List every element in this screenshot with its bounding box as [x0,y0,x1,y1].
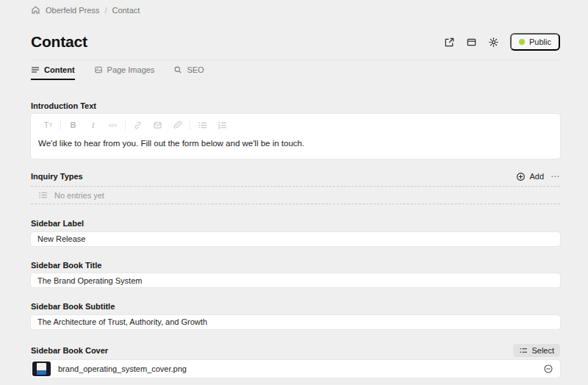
code-icon[interactable]: </> [103,118,123,132]
writer-toolbar: TT B I </> [38,118,553,132]
file-thumbnail [32,361,51,376]
page-title: Contact [31,33,87,51]
file-name: brand_operating_system_cover.png [58,364,543,373]
toolbar-separator [125,120,126,130]
settings-button[interactable] [488,37,499,48]
sidebar-label-input[interactable] [31,232,560,246]
add-label: Add [529,172,544,181]
preview-window-button[interactable] [466,37,477,48]
ordered-list-icon[interactable] [212,118,232,132]
tab-label: Page Images [107,65,155,74]
tab-label: Content [44,65,75,74]
field-sidebar-book-subtitle: Sidebar Book Subtitle [31,302,560,329]
toolbar-separator [60,120,61,130]
tab-content[interactable]: Content [31,65,75,80]
remove-circle-icon [543,364,553,374]
field-label: Sidebar Book Title [31,261,560,270]
file-item[interactable]: brand_operating_system_cover.png [31,360,560,378]
remove-file-button[interactable] [543,364,553,374]
empty-state: No entries yet [31,186,560,204]
field-inquiry-types: Inquiry Types Add ⋯ No entries yet [31,170,560,204]
list-icon [38,190,48,200]
open-preview-button[interactable] [444,37,455,48]
select-file-button[interactable]: Select [513,344,560,357]
field-label: Sidebar Label [31,219,560,228]
sidebar-book-subtitle-input[interactable] [31,315,560,329]
search-icon [173,65,182,74]
status-label: Public [529,37,551,46]
email-icon[interactable] [148,118,168,132]
home-icon[interactable] [31,5,40,15]
field-introduction-text: Introduction Text TT B I </> [31,101,560,159]
breadcrumb-item-page[interactable]: Contact [112,6,140,15]
gear-icon [488,37,499,48]
field-label: Sidebar Book Cover [31,346,108,355]
tab-bar: Content Page Images SEO [31,60,560,80]
status-badge[interactable]: Public [510,33,560,51]
sidebar-book-title-input[interactable] [31,273,560,287]
add-circle-icon [516,172,526,181]
field-label: Introduction Text [31,101,560,110]
tab-label: SEO [187,65,204,74]
toolbar-separator [190,120,190,130]
field-label: Sidebar Book Subtitle [31,302,560,311]
bold-icon[interactable]: B [63,118,83,132]
headings-icon[interactable]: TT [38,118,58,132]
page: Oberfeld Press / Contact Contact [0,0,588,378]
status-dot [519,39,525,45]
field-sidebar-label: Sidebar Label [31,219,560,246]
breadcrumb-separator: / [104,6,107,15]
breadcrumb-item-site[interactable]: Oberfeld Press [46,6,99,15]
header-actions: Public [444,33,560,51]
tab-seo[interactable]: SEO [173,65,204,80]
external-link-icon [444,37,455,48]
writer-field[interactable]: TT B I </> [31,114,560,159]
text-lines-icon [31,65,40,74]
add-entry-button[interactable]: Add [516,172,544,181]
select-label: Select [531,346,554,355]
link-icon[interactable] [128,118,148,132]
bullet-list-icon[interactable] [193,118,212,132]
breadcrumb: Oberfeld Press / Contact [31,0,560,15]
page-header: Contact Public [31,33,560,51]
field-sidebar-book-title: Sidebar Book Title [31,261,560,288]
field-sidebar-book-cover: Sidebar Book Cover Select brand_operatin… [31,344,560,378]
checklist-icon [519,346,528,355]
empty-state-text: No entries yet [54,191,104,200]
more-options-button[interactable]: ⋯ [551,170,560,182]
writer-content[interactable]: We'd like to hear from you. Fill out the… [38,137,553,149]
tab-page-images[interactable]: Page Images [94,65,155,80]
image-icon [94,65,103,74]
field-label: Inquiry Types [31,172,83,181]
italic-icon[interactable]: I [83,118,103,132]
window-icon [466,37,477,48]
attachment-icon[interactable] [168,118,187,132]
